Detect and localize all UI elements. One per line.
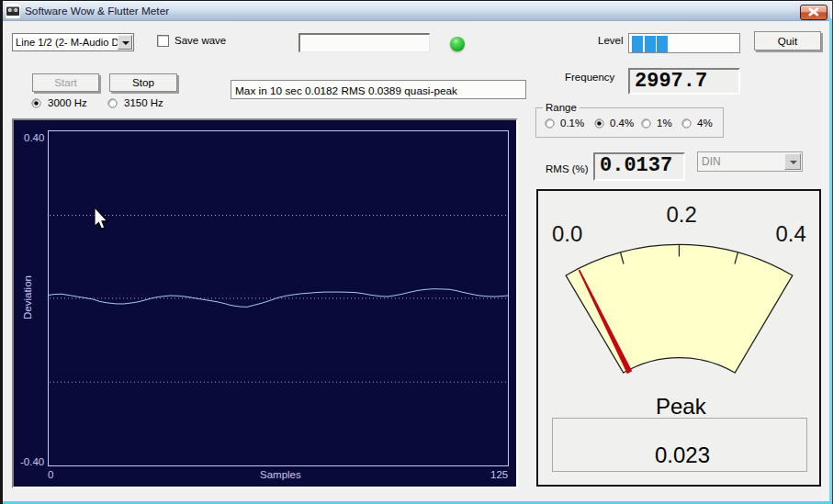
svg-text:Samples: Samples [260,469,301,480]
svg-text:125: 125 [490,469,508,480]
svg-text:Deviation: Deviation [22,275,33,319]
svg-text:-0.40: -0.40 [20,456,44,467]
svg-text:0: 0 [48,469,53,480]
svg-text:0.40: 0.40 [24,132,44,143]
